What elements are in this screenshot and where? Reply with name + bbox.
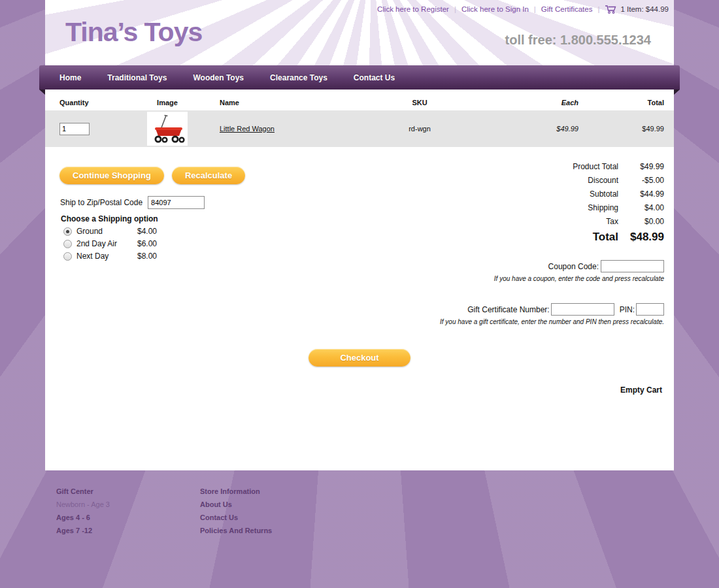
coupon-input[interactable] bbox=[601, 260, 664, 272]
shopping-cart-icon bbox=[605, 5, 617, 14]
footer-policies-returns-link[interactable]: Policies And Returns bbox=[200, 527, 344, 534]
cart-controls: Continue Shopping Recalculate Ship to Zi… bbox=[45, 147, 674, 325]
cart-table-header: Quantity Image Name SKU Each Total bbox=[45, 90, 674, 110]
radio-next-day[interactable] bbox=[63, 252, 72, 261]
product-each-price: $49.99 bbox=[473, 125, 578, 133]
separator: | bbox=[534, 5, 536, 13]
recalculate-button[interactable]: Recalculate bbox=[172, 167, 245, 184]
product-image[interactable] bbox=[147, 112, 188, 146]
gift-certificate-section: Gift Certificate Number: PIN: bbox=[331, 303, 664, 316]
gift-certificate-label: Gift Certificate Number: bbox=[467, 305, 549, 314]
coupon-help-text: If you have a coupon, enter the code and… bbox=[331, 275, 664, 282]
cart-summary-label: 1 Item: $44.99 bbox=[620, 5, 669, 13]
zip-input[interactable] bbox=[148, 196, 205, 209]
totals-row-shipping: Shipping $4.00 bbox=[331, 203, 664, 212]
footer-about-us-link[interactable]: About Us bbox=[200, 500, 344, 508]
shipping-option-price: $8.00 bbox=[137, 252, 157, 261]
product-sku: rd-wgn bbox=[367, 125, 473, 133]
site-footer: Gift Center Newborn - Age 3 Ages 4 - 6 A… bbox=[45, 470, 674, 540]
nav-item-wooden-toys[interactable]: Wooden Toys bbox=[193, 73, 244, 82]
col-header-image: Image bbox=[131, 99, 203, 106]
shipping-option-ground: Ground $4.00 bbox=[56, 227, 331, 236]
totals-row-grand-total: Total $48.99 bbox=[331, 231, 664, 244]
gift-certificate-input[interactable] bbox=[551, 303, 614, 316]
totals-row-product-total: Product Total $49.99 bbox=[331, 162, 664, 171]
product-name-link[interactable]: Little Red Wagon bbox=[220, 125, 275, 133]
totals-label: Shipping bbox=[588, 203, 618, 212]
col-header-quantity: Quantity bbox=[59, 99, 131, 106]
shipping-option-price: $4.00 bbox=[137, 227, 157, 236]
totals-label: Subtotal bbox=[590, 189, 618, 199]
nav-item-traditional-toys[interactable]: Traditional Toys bbox=[107, 73, 167, 82]
sign-in-link[interactable]: Click here to Sign In bbox=[461, 5, 529, 13]
site-header: Click here to Register | Click here to S… bbox=[45, 0, 674, 65]
totals-value: $44.99 bbox=[618, 189, 664, 199]
totals-row-subtotal: Subtotal $44.99 bbox=[331, 189, 664, 199]
footer-contact-us-link[interactable]: Contact Us bbox=[200, 514, 344, 521]
checkout-section: Checkout bbox=[45, 349, 674, 367]
shipping-option-2nd-day-air: 2nd Day Air $6.00 bbox=[56, 239, 331, 248]
totals-label: Tax bbox=[606, 217, 618, 226]
shipping-column: Continue Shopping Recalculate Ship to Zi… bbox=[56, 147, 331, 325]
totals-row-discount: Discount -$5.00 bbox=[331, 176, 664, 185]
page: Click here to Register | Click here to S… bbox=[45, 0, 674, 540]
zip-label: Ship to Zip/Postal Code bbox=[60, 198, 142, 207]
shipping-option-title: Choose a Shipping option bbox=[56, 214, 331, 223]
totals-label: Product Total bbox=[573, 162, 618, 171]
cart-page: Quantity Image Name SKU Each Total bbox=[45, 90, 674, 470]
footer-gift-center-link[interactable]: Gift Center bbox=[56, 487, 200, 495]
cart-item-row: Little Red Wagon rd-wgn $49.99 $49.99 bbox=[45, 110, 674, 147]
cart-summary[interactable]: 1 Item: $44.99 bbox=[605, 5, 669, 14]
nav-item-home[interactable]: Home bbox=[59, 73, 81, 82]
gift-certificates-link[interactable]: Gift Certificates bbox=[541, 5, 593, 13]
footer-store-info-column: Store Information About Us Contact Us Po… bbox=[200, 487, 344, 540]
col-header-total: Total bbox=[578, 99, 664, 106]
quantity-input[interactable] bbox=[59, 123, 90, 135]
empty-cart-section: Empty Cart bbox=[45, 384, 674, 395]
grand-total-label: Total bbox=[593, 231, 618, 244]
col-header-name: Name bbox=[203, 99, 367, 106]
product-total-price: $49.99 bbox=[578, 125, 664, 133]
continue-shopping-button[interactable]: Continue Shopping bbox=[59, 167, 164, 184]
cart-row-band: Little Red Wagon rd-wgn $49.99 $49.99 bbox=[45, 110, 674, 147]
nav-item-clearance-toys[interactable]: Clearance Toys bbox=[270, 73, 327, 82]
shipping-option-price: $6.00 bbox=[137, 239, 157, 248]
coupon-section: Coupon Code: bbox=[331, 260, 664, 272]
shipping-option-label: Ground bbox=[76, 227, 132, 236]
footer-newborn-age3-link[interactable]: Newborn - Age 3 bbox=[56, 500, 200, 508]
shipping-option-label: Next Day bbox=[76, 252, 132, 261]
coupon-label: Coupon Code: bbox=[548, 262, 599, 271]
checkout-button[interactable]: Checkout bbox=[309, 349, 410, 367]
separator: | bbox=[454, 5, 456, 13]
col-header-each: Each bbox=[473, 99, 578, 106]
empty-cart-link[interactable]: Empty Cart bbox=[620, 385, 662, 395]
col-header-sku: SKU bbox=[367, 99, 473, 106]
radio-2nd-day-air[interactable] bbox=[63, 240, 72, 248]
order-totals: Product Total $49.99 Discount -$5.00 Sub… bbox=[331, 162, 664, 244]
register-link[interactable]: Click here to Register bbox=[377, 5, 449, 13]
totals-value: -$5.00 bbox=[618, 176, 664, 185]
totals-value: $4.00 bbox=[618, 203, 664, 212]
totals-value: $0.00 bbox=[618, 217, 664, 226]
nav-item-contact-us[interactable]: Contact Us bbox=[354, 73, 395, 82]
footer-gift-center-column: Gift Center Newborn - Age 3 Ages 4 - 6 A… bbox=[56, 487, 200, 540]
grand-total-value: $48.99 bbox=[618, 231, 664, 244]
main-nav: Home Traditional Toys Wooden Toys Cleara… bbox=[39, 65, 680, 90]
separator: | bbox=[597, 5, 599, 13]
toll-free-number: toll free: 1.800.555.1234 bbox=[505, 33, 651, 48]
utility-links: Click here to Register | Click here to S… bbox=[377, 5, 669, 14]
shipping-option-next-day: Next Day $8.00 bbox=[56, 252, 331, 261]
footer-ages-7-12-link[interactable]: Ages 7 -12 bbox=[56, 527, 200, 534]
totals-value: $49.99 bbox=[618, 162, 664, 171]
radio-ground[interactable] bbox=[63, 227, 72, 236]
pin-label: PIN: bbox=[620, 305, 635, 314]
footer-store-information-link[interactable]: Store Information bbox=[200, 487, 344, 495]
footer-ages-4-6-link[interactable]: Ages 4 - 6 bbox=[56, 514, 200, 521]
store-logo[interactable]: Tina’s Toys bbox=[65, 17, 202, 48]
gift-certificate-help-text: If you have a gift certificate, enter th… bbox=[331, 318, 664, 325]
totals-row-tax: Tax $0.00 bbox=[331, 217, 664, 226]
shipping-option-label: 2nd Day Air bbox=[76, 239, 132, 248]
totals-label: Discount bbox=[588, 176, 618, 185]
totals-column: Product Total $49.99 Discount -$5.00 Sub… bbox=[331, 147, 664, 325]
pin-input[interactable] bbox=[636, 303, 664, 316]
